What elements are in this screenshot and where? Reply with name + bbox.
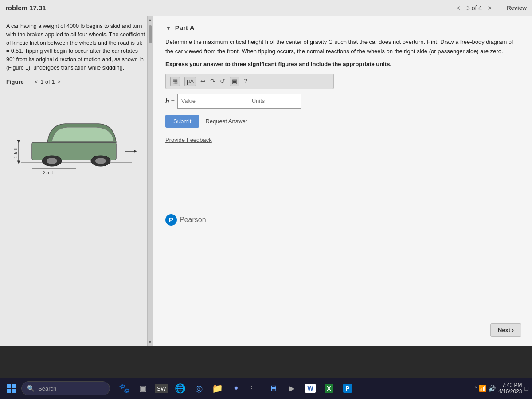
next-nav-button[interactable]: > [485,4,494,12]
scroll-thumb[interactable] [149,25,152,43]
wifi-icon[interactable]: 📶 [479,385,486,392]
taskbar-search[interactable]: 🔍 Search [21,381,110,395]
toolbar-undo-icon[interactable]: ↩ [200,78,206,85]
start-button[interactable] [4,380,20,396]
pearson-logo: P Pearson [165,214,520,226]
part-label: Part A [175,24,195,31]
page-indicator: 3 of 4 [466,4,482,12]
taskbar-app-screen[interactable]: ▣ [134,379,152,397]
top-bar: roblem 17.31 < 3 of 4 > Review [0,0,532,16]
svg-text:2.5 ft: 2.5 ft [13,148,18,157]
submit-button[interactable]: Submit [165,115,199,128]
toolbar-matrix-icon[interactable]: ▦ [170,77,180,86]
car-figure: 2.5 ft 2.5 ft [6,91,146,180]
significant-figures-note: Express your answer to three significant… [165,61,520,67]
taskbar-apps: 🐾 ▣ SW 🌐 ◎ 📁 ✦ ⋮⋮ 🖥 ▶ W [115,379,473,397]
prev-button[interactable]: < [454,4,463,12]
svg-rect-13 [12,384,16,388]
problem-text: A car having a weight of 4000 lb begins … [6,22,146,72]
part-arrow-icon: ▼ [165,24,172,31]
answer-value-input[interactable] [177,94,248,109]
toolbar-refresh-icon[interactable]: ↺ [220,78,225,85]
taskbar-app-sw[interactable]: SW [153,379,170,397]
toolbar-mu-icon[interactable]: μΑ [184,77,196,86]
figure-label: Figure < 1 of 1 > [6,78,146,89]
right-panel: ▼ Part A Determine the maximum critical … [153,16,532,346]
taskbar-app-excel[interactable]: X [320,379,338,397]
left-panel: A car having a weight of 4000 lb begins … [0,16,153,346]
windows-icon [7,384,16,393]
review-link[interactable]: Review [507,4,527,11]
svg-point-5 [95,158,106,164]
taskbar-right: ^ 📶 🔊 7:40 PM 4/16/2023 □ [475,382,529,395]
taskbar-app-grid[interactable]: ✦ [227,379,245,397]
left-panel-scrollbar[interactable]: ▲ ▼ [147,16,153,346]
next-button[interactable]: Next › [490,323,521,337]
taskbar-date: 4/16/2023 [498,388,522,395]
taskbar-app-dots[interactable]: ⋮⋮ [246,379,263,397]
taskbar-time: 7:40 PM [498,382,522,388]
pearson-text: Pearson [180,216,206,224]
taskbar-app-files[interactable]: 🐾 [115,379,133,397]
btn-row: Submit Request Answer [165,115,520,128]
figure-page: 1 of 1 [40,78,55,85]
svg-rect-14 [7,389,11,393]
search-icon: 🔍 [27,385,35,392]
pearson-p-icon: P [165,214,177,226]
toolbar-help-icon[interactable]: ? [244,78,247,85]
notification-icon[interactable]: □ [525,385,528,392]
svg-point-3 [47,158,57,164]
system-tray: ^ 📶 🔊 [475,385,496,392]
volume-icon[interactable]: 🔊 [488,385,496,392]
answer-label: h = [165,98,175,105]
scroll-down-arrow[interactable]: ▼ [148,338,153,346]
taskbar-app-edge[interactable]: ◎ [190,379,207,397]
svg-rect-15 [12,389,16,393]
provide-feedback-link[interactable]: Provide Feedback [165,137,520,143]
taskbar-time-date[interactable]: 7:40 PM 4/16/2023 [498,382,522,395]
problem-title: roblem 17.31 [5,4,46,12]
taskbar-app-browser[interactable]: 🌐 [171,379,189,397]
tray-chevron[interactable]: ^ [475,385,477,391]
taskbar-app-monitor[interactable]: 🖥 [264,379,282,397]
question-text: Determine the maximum critical height h … [165,38,520,56]
taskbar-app-play[interactable]: ▶ [283,379,301,397]
figure-prev-btn[interactable]: < [34,78,38,85]
taskbar-app-pearson-tb[interactable]: P [339,379,356,397]
figure-next-btn[interactable]: > [57,78,61,85]
answer-toolbar: ▦ μΑ ↩ ↷ ↺ ▣ ? [165,74,334,89]
toolbar-grid-icon[interactable]: ▣ [230,77,239,86]
taskbar-app-explorer[interactable]: 📁 [208,379,226,397]
car-svg: 2.5 ft 2.5 ft [12,94,141,178]
part-header: ▼ Part A [165,24,520,31]
taskbar-app-word[interactable]: W [301,379,319,397]
search-label: Search [38,385,56,392]
scroll-up-arrow[interactable]: ▲ [148,16,153,23]
svg-rect-12 [7,384,11,388]
answer-row: h = [165,94,520,109]
answer-units-input[interactable] [248,94,301,109]
nav-controls: < 3 of 4 > Review [454,4,527,12]
svg-marker-11 [134,150,137,153]
taskbar: 🔍 Search 🐾 ▣ SW 🌐 ◎ 📁 ✦ ⋮⋮ 🖥 [0,378,532,399]
content-area: A car having a weight of 4000 lb begins … [0,16,532,346]
svg-text:2.5 ft: 2.5 ft [43,170,53,175]
toolbar-redo-icon[interactable]: ↷ [210,78,215,85]
request-answer-link[interactable]: Request Answer [205,118,247,125]
